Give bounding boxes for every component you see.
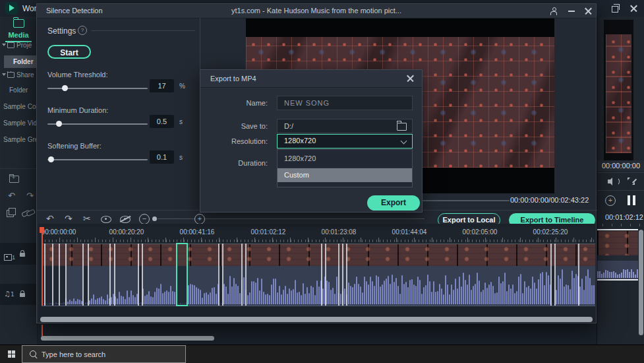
audio-track-header[interactable]: ♫1 [0, 284, 37, 305]
minimum-duration-value[interactable]: 0.5 [150, 115, 174, 128]
export-dialog-title: Export to MP4 [210, 75, 256, 82]
video-preview-slice [606, 34, 631, 153]
main-right-panel: 00:00:00:00 + 00:01:02:12 [597, 16, 644, 345]
start-button[interactable]: Start [47, 45, 91, 59]
sidebar-item-shared[interactable]: Share [0, 71, 37, 82]
ruler-label: 00:00:41:16 [180, 228, 215, 236]
browse-folder-icon[interactable] [397, 123, 407, 131]
chevron-down-icon [401, 138, 407, 145]
zoom-in-icon[interactable]: + [194, 214, 205, 224]
slider-handle[interactable] [56, 121, 62, 127]
video-track-header[interactable]: 1 [0, 243, 37, 265]
volume-threshold-label: Volume Threshold: [47, 71, 108, 79]
save-to-label: Save to: [202, 122, 268, 130]
save-to-input[interactable]: D:/ [277, 119, 413, 133]
media-tab-label: Media [0, 31, 37, 39]
sidebar-item-sample-video[interactable]: Sample Vide [0, 119, 38, 130]
folder-icon [7, 42, 15, 48]
preview-time: 00:00:00:00 [597, 160, 644, 171]
preview-letterbox [604, 20, 633, 164]
show-silence-icon[interactable] [101, 216, 111, 223]
sidebar-item-folder-selected[interactable]: Folder [4, 55, 38, 68]
slider-handle[interactable] [48, 156, 54, 162]
chevron-expanded-icon [2, 73, 6, 76]
zoom-slider-handle[interactable] [152, 216, 157, 221]
slider-handle[interactable] [62, 85, 68, 91]
zoom-out-icon[interactable]: − [139, 214, 150, 224]
softening-buffer-slider[interactable] [47, 159, 148, 160]
volume-threshold-value[interactable]: 17 [150, 79, 174, 92]
close-main-window-icon[interactable] [630, 5, 637, 12]
audio-waveform[interactable] [42, 266, 595, 306]
sidebar-item-sample-green[interactable]: Sample Gree [0, 136, 38, 147]
dropdown-option-custom[interactable]: Custom [278, 168, 412, 182]
main-horizontal-scrollbar[interactable] [41, 336, 214, 341]
timeline[interactable]: 00:00:00:00 00:00:20:20 00:00:41:16 00:0… [42, 227, 595, 306]
ruler-label: 00:02:05:00 [463, 228, 498, 236]
fullscreen-icon[interactable] [628, 178, 635, 185]
help-icon[interactable]: ? [78, 26, 87, 35]
silence-region [42, 266, 65, 306]
sidebar-item-sample-colors[interactable]: Sample Colo [0, 103, 38, 114]
preview-controls-row [597, 172, 644, 191]
search-icon [30, 350, 36, 357]
track-edge-line [597, 279, 638, 280]
volume-threshold-unit: % [179, 82, 185, 90]
softening-buffer-value[interactable]: 0.1 [150, 150, 174, 164]
resolution-select[interactable]: 1280x720 [277, 134, 413, 148]
new-folder-icon[interactable] [9, 176, 19, 183]
timeline-horizontal-scrollbar[interactable] [40, 317, 593, 322]
silence-region [82, 266, 88, 306]
resolution-dropdown-list: 1280x720 Custom [277, 149, 413, 187]
name-label: Name: [202, 99, 268, 107]
playhead-head[interactable] [40, 227, 44, 233]
sidebar-item-project[interactable]: Proje [0, 42, 37, 52]
hide-silence-icon[interactable] [120, 216, 131, 223]
playhead-time: 00:01:02:12 [599, 213, 643, 221]
dropdown-option-1280x720[interactable]: 1280x720 [278, 150, 412, 168]
video-track-clip[interactable] [42, 244, 595, 267]
ruler-label: 00:01:23:08 [322, 228, 357, 236]
export-dialog: Export to MP4 Name: NEW SONG Save to: D:… [200, 69, 423, 213]
lock-icon[interactable] [20, 253, 25, 257]
tab-media[interactable]: Media [0, 18, 37, 42]
export-button[interactable]: Export [367, 195, 420, 211]
filmora-logo-icon [5, 2, 18, 15]
vertical-scrollbar[interactable] [639, 230, 643, 335]
close-dialog-icon[interactable] [407, 75, 414, 82]
search-placeholder: Type here to search [42, 350, 105, 358]
windows-taskbar: Type here to search W 48% 3:13 PM 3/2/20… [0, 345, 644, 363]
redo-icon[interactable]: ↷ [65, 213, 73, 224]
redo-icon[interactable]: ↷ [26, 191, 34, 201]
mini-ruler-ticks [602, 224, 641, 226]
silence-window-title-bar: Silence Detection yt1s.com - Kate Hudson… [37, 4, 596, 18]
link-icon[interactable] [21, 210, 31, 218]
minimum-duration-slider[interactable] [47, 123, 148, 125]
undo-icon[interactable]: ↶ [46, 213, 54, 224]
music-note-icon: ♫ [4, 290, 11, 298]
ruler-label: 00:01:02:12 [251, 228, 286, 236]
lock-icon[interactable] [20, 293, 25, 297]
screen: Wonde Media Proje Folder Share Folder [0, 0, 644, 363]
add-marker-icon[interactable]: + [605, 195, 616, 206]
taskbar-search[interactable]: Type here to search [22, 345, 186, 363]
restore-window-icon[interactable] [612, 6, 618, 13]
speaker-icon[interactable] [608, 180, 610, 183]
start-button[interactable] [8, 350, 15, 358]
minimize-icon[interactable] [568, 11, 575, 12]
pause-icon[interactable] [628, 195, 635, 205]
close-silence-window-icon[interactable] [585, 7, 592, 15]
undo-icon[interactable]: ↶ [8, 191, 15, 201]
silence-region [550, 266, 554, 306]
preview-controls-row2: + [597, 191, 644, 211]
selected-segment-box[interactable] [176, 243, 188, 306]
scissors-icon[interactable]: ✂ [83, 213, 91, 224]
account-icon[interactable] [550, 7, 558, 15]
ruler-label: 00:00:20:20 [109, 228, 144, 236]
name-input[interactable]: NEW SONG [277, 96, 413, 110]
copy-icon[interactable] [7, 210, 14, 217]
softening-buffer-unit: s [179, 154, 183, 161]
volume-threshold-slider[interactable] [47, 88, 148, 89]
sidebar-item-folder2[interactable]: Folder [0, 86, 38, 97]
timeline-ruler[interactable]: 00:00:00:00 00:00:20:20 00:00:41:16 00:0… [42, 227, 595, 243]
